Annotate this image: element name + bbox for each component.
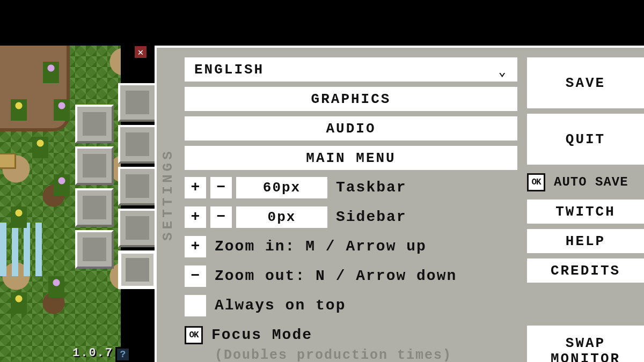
flower xyxy=(48,276,64,298)
flower xyxy=(11,292,27,314)
jar-icon xyxy=(126,91,149,114)
help-corner-button[interactable]: ? xyxy=(115,347,130,362)
panel-title: SETTINGS xyxy=(160,148,176,241)
bee-icon xyxy=(83,112,106,136)
tool-sidebar xyxy=(75,46,150,362)
taskbar-plus-button[interactable]: + xyxy=(185,177,206,198)
credits-button[interactable]: CREDITS xyxy=(527,258,644,283)
twitch-button[interactable]: TWITCH xyxy=(527,200,644,224)
zoom-out-button[interactable]: − xyxy=(185,265,206,287)
tool-bee[interactable] xyxy=(75,105,114,143)
always-on-top-row: Always on top xyxy=(185,293,517,317)
tool-bird[interactable] xyxy=(75,146,114,185)
fence xyxy=(0,223,43,276)
quit-button[interactable]: QUIT xyxy=(527,114,644,165)
focus-mode-sub-row: (Doubles production times) xyxy=(185,347,517,362)
focus-mode-row: OK Focus Mode xyxy=(185,323,517,347)
flower xyxy=(11,206,27,228)
auto-save-checkbox[interactable]: OK xyxy=(527,173,545,191)
auto-save-label: AUTO SAVE xyxy=(554,175,628,189)
focus-mode-sublabel: (Doubles production times) xyxy=(215,348,452,363)
game-area: 1.0.7 ✕ ? SETTINGS ENGLISH ⌄ GR xyxy=(0,46,644,362)
grid-icon xyxy=(83,196,106,219)
always-on-top-label: Always on top xyxy=(215,297,346,314)
language-selected: ENGLISH xyxy=(194,62,264,78)
zoom-out-row: − Zoom out: N / Arrow down xyxy=(185,264,517,288)
settings-side-column: SAVE QUIT OK AUTO SAVE TWITCH HELP CREDI… xyxy=(527,57,644,362)
flower xyxy=(54,174,70,196)
focus-mode-label: Focus Mode xyxy=(211,327,312,343)
language-dropdown[interactable]: ENGLISH ⌄ xyxy=(185,57,517,82)
taskbar-value: 60px xyxy=(236,177,327,198)
zoom-in-label: Zoom in: M / Arrow up xyxy=(215,238,427,255)
always-on-top-checkbox[interactable] xyxy=(185,295,206,316)
zoom-in-row: + Zoom in: M / Arrow up xyxy=(185,234,517,258)
letterbox-top xyxy=(0,0,644,46)
audio-button[interactable]: AUDIO xyxy=(185,116,517,141)
close-button[interactable]: ✕ xyxy=(133,45,148,60)
tool-settings[interactable] xyxy=(118,250,157,289)
tool-notes[interactable] xyxy=(75,230,114,269)
taskbar-row: + − 60px Taskbar xyxy=(185,175,517,200)
swap-monitor-line2: MONITOR xyxy=(551,351,620,363)
notes-icon xyxy=(83,238,106,261)
tool-grid[interactable] xyxy=(75,188,114,227)
bird-icon xyxy=(83,154,106,178)
gear-icon xyxy=(126,258,149,282)
settings-main-column: ENGLISH ⌄ GRAPHICS AUDIO MAIN MENU + − 6… xyxy=(185,57,517,362)
taskbar-label: Taskbar xyxy=(336,179,407,196)
tool-jar[interactable] xyxy=(118,83,157,122)
flower xyxy=(43,62,59,83)
help-button[interactable]: HELP xyxy=(527,229,644,253)
zoom-in-button[interactable]: + xyxy=(185,236,206,257)
flower xyxy=(54,99,70,121)
flower-icon xyxy=(126,216,149,240)
chevron-down-icon: ⌄ xyxy=(499,64,508,79)
spacer xyxy=(527,288,644,320)
sidebar-plus-button[interactable]: + xyxy=(185,206,206,228)
save-button[interactable]: SAVE xyxy=(527,57,644,108)
main-menu-button[interactable]: MAIN MENU xyxy=(185,146,517,170)
swap-monitor-button[interactable]: SWAP MONITOR xyxy=(527,326,644,362)
sidebar-minus-button[interactable]: − xyxy=(210,206,232,228)
taskbar-minus-button[interactable]: − xyxy=(210,177,232,198)
flower xyxy=(11,99,27,121)
flower xyxy=(32,137,48,158)
focus-mode-checkbox[interactable]: OK xyxy=(185,326,203,344)
harvest-icon xyxy=(126,132,149,156)
wrench-icon xyxy=(126,174,149,198)
swap-monitor-line1: SWAP xyxy=(566,336,605,351)
sidebar-value: 0px xyxy=(236,206,327,228)
tool-harvest[interactable] xyxy=(118,125,157,164)
zoom-out-label: Zoom out: N / Arrow down xyxy=(215,268,457,284)
sidebar-size-row: + − 0px Sidebar xyxy=(185,205,517,229)
settings-panel: SETTINGS ENGLISH ⌄ GRAPHICS AUDIO MAIN M… xyxy=(155,46,644,362)
help-icon: ? xyxy=(120,349,126,360)
crate xyxy=(0,153,16,169)
tool-wrench[interactable] xyxy=(118,167,157,205)
close-icon: ✕ xyxy=(138,46,144,58)
auto-save-row: OK AUTO SAVE xyxy=(527,170,644,194)
tool-flower[interactable] xyxy=(118,209,157,247)
sidebar-label: Sidebar xyxy=(336,209,407,225)
graphics-button[interactable]: GRAPHICS xyxy=(185,87,517,111)
